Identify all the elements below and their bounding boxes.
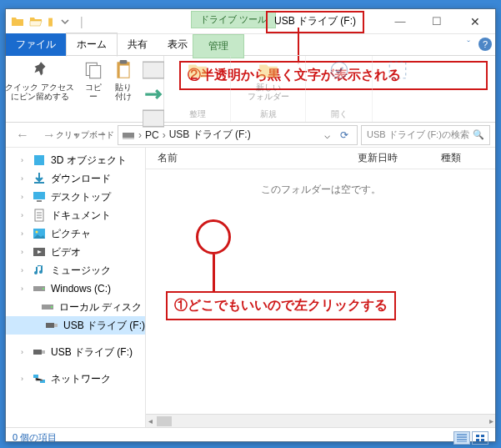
col-type[interactable]: 種類: [441, 151, 461, 165]
maximize-button[interactable]: ☐: [418, 9, 455, 34]
column-headers[interactable]: 名前 更新日時 種類: [146, 148, 495, 169]
svg-rect-12: [34, 182, 44, 184]
tree-item[interactable]: ›Windows (C:): [6, 279, 145, 298]
tree-item[interactable]: ›デスクトップ: [6, 188, 145, 206]
tree-twisty-icon[interactable]: ›: [21, 375, 28, 383]
svg-rect-27: [33, 375, 38, 378]
tab-file[interactable]: ファイル: [6, 33, 66, 56]
scrollbar-thumb[interactable]: [157, 416, 172, 426]
chevron-down-icon[interactable]: [61, 18, 69, 26]
nav-tree[interactable]: ›3D オブジェクト›ダウンロード›デスクトップ›ドキュメント›ピクチャ›ビデオ…: [6, 148, 146, 427]
tree-item[interactable]: USB ドライブ (F:): [6, 316, 145, 335]
status-bar: 0 個の項目: [6, 427, 495, 447]
tab-view[interactable]: 表示: [158, 33, 198, 56]
tree-item[interactable]: ›USB ドライブ (F:): [6, 343, 145, 361]
col-date[interactable]: 更新日時: [358, 151, 441, 165]
view-details-button[interactable]: [453, 431, 470, 445]
address-dropdown-icon[interactable]: ⌵: [319, 129, 335, 141]
tab-manage[interactable]: 管理: [193, 34, 244, 58]
breadcrumb-pc[interactable]: PC: [145, 129, 159, 141]
tree-item[interactable]: ›ピクチャ: [6, 224, 145, 243]
help-icon[interactable]: ?: [478, 38, 492, 51]
col-name[interactable]: 名前: [158, 151, 358, 165]
tree-item-label: ミュージック: [51, 264, 111, 278]
svg-rect-1: [90, 66, 101, 78]
svg-rect-29: [476, 435, 479, 437]
window-title: USB ドライブ (F:): [266, 11, 364, 33]
search-box[interactable]: USB ドライブ (F:)の検索 🔍: [361, 125, 490, 145]
search-icon: 🔍: [473, 129, 484, 140]
tab-home[interactable]: ホーム: [66, 33, 118, 57]
breadcrumb-location[interactable]: USB ドライブ (F:): [169, 128, 251, 142]
tree-item[interactable]: ›ネットワーク: [6, 370, 145, 388]
ribbon: クイック アクセス にピン留めする コピー 貼り付け クリップボード: [6, 56, 495, 123]
search-placeholder: USB ドライブ (F:)の検索: [367, 128, 469, 141]
group-label-organize: 整理: [189, 108, 206, 120]
tree-item-icon: [33, 190, 46, 204]
svg-rect-11: [34, 155, 44, 165]
svg-rect-9: [123, 133, 134, 138]
tree-item[interactable]: ローカル ディスク (D: [6, 298, 145, 316]
divider-bar: ▮: [48, 15, 53, 28]
tree-twisty-icon[interactable]: ›: [21, 266, 28, 274]
tree-item-icon: [33, 245, 46, 259]
tree-item-icon: [33, 282, 46, 295]
tree-item-label: USB ドライブ (F:): [51, 345, 133, 360]
svg-rect-26: [42, 350, 45, 354]
tree-item-label: USB ドライブ (F:): [63, 319, 145, 333]
paste-button[interactable]: 貼り付け: [113, 59, 134, 129]
tree-twisty-icon[interactable]: ›: [21, 348, 28, 356]
divider-vert: |: [80, 15, 83, 28]
refresh-icon[interactable]: ⟳: [335, 129, 353, 141]
tree-item-icon: [33, 172, 46, 185]
tree-item-label: ドキュメント: [51, 209, 111, 223]
tree-item-icon: [33, 372, 46, 385]
tree-item-label: 3D オブジェクト: [51, 154, 127, 168]
tree-twisty-icon[interactable]: ›: [21, 174, 28, 183]
explorer-window: ▮ | ドライブ ツール USB ドライブ (F:) — ☐ ✕ ファイル ホー…: [5, 8, 496, 442]
svg-rect-25: [33, 350, 42, 355]
svg-rect-32: [481, 439, 484, 441]
window-controls: — ☐ ✕: [382, 9, 495, 34]
tree-item[interactable]: ›ミュージック: [6, 261, 145, 279]
tree-twisty-icon[interactable]: ›: [21, 211, 28, 219]
tree-item[interactable]: ›ドキュメント: [6, 206, 145, 224]
tree-item[interactable]: ›3D オブジェクト: [6, 151, 145, 169]
pin-to-quick-access-button[interactable]: クイック アクセス にピン留めする: [5, 59, 74, 129]
view-large-icons-button[interactable]: [472, 431, 488, 445]
copy-button[interactable]: コピー: [83, 59, 104, 129]
minimize-button[interactable]: —: [382, 9, 418, 34]
tree-item-label: デスクトップ: [51, 190, 111, 204]
ribbon-collapse-icon[interactable]: ˇ: [462, 38, 475, 51]
tree-item-label: Windows (C:): [51, 283, 111, 294]
svg-point-7: [331, 62, 348, 78]
svg-rect-3: [120, 66, 129, 78]
tree-item[interactable]: ›ダウンロード: [6, 169, 145, 188]
new-folder-button[interactable]: 新しい フォルダー: [248, 59, 289, 101]
tree-twisty-icon[interactable]: ›: [21, 248, 28, 256]
svg-rect-24: [54, 324, 58, 327]
tree-twisty-icon[interactable]: ›: [21, 229, 28, 238]
tree-item-icon: [41, 300, 54, 314]
tree-twisty-icon[interactable]: ›: [21, 156, 28, 164]
ribbon-tabs: ファイル ホーム 共有 表示 管理 ˇ ?: [6, 34, 495, 56]
tab-share[interactable]: 共有: [118, 33, 158, 56]
tree-item-icon: [33, 264, 46, 277]
svg-rect-14: [37, 200, 42, 202]
content-pane[interactable]: 名前 更新日時 種類 このフォルダーは空です。 ①どこでもいいので左クリックする…: [146, 148, 495, 427]
quick-access-toolbar: ▮ |: [6, 15, 88, 28]
tree-twisty-icon[interactable]: ›: [21, 193, 28, 201]
move-to-button[interactable]: [187, 59, 208, 81]
close-button[interactable]: ✕: [455, 9, 495, 34]
select-button[interactable]: [387, 59, 408, 81]
contextual-tab-drive-tools[interactable]: ドライブ ツール: [191, 11, 276, 28]
clipboard-more-button[interactable]: [143, 59, 164, 129]
tree-item[interactable]: ›ビデオ: [6, 243, 145, 261]
tree-twisty-icon[interactable]: ›: [21, 284, 28, 293]
properties-button[interactable]: [328, 59, 350, 81]
horizontal-scrollbar[interactable]: ◂ ▸: [146, 414, 495, 427]
folder-icon: [11, 15, 24, 28]
svg-rect-4: [120, 60, 128, 63]
svg-rect-5: [143, 62, 164, 78]
tree-item-icon: [33, 227, 46, 240]
